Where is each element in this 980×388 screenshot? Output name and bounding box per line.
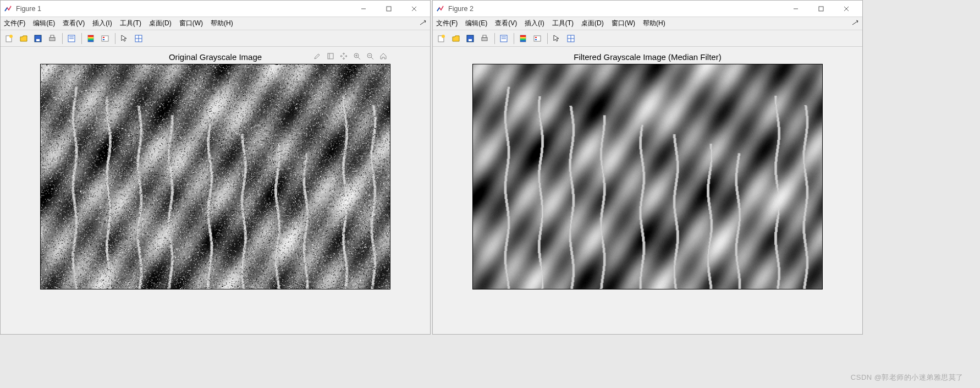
close-button[interactable] xyxy=(401,1,427,17)
svg-rect-8 xyxy=(49,37,55,41)
brush-icon[interactable] xyxy=(312,51,322,61)
svg-rect-41 xyxy=(482,37,487,41)
watermark-text: CSDN @郭老师的小迷弟雅思莫了 xyxy=(851,373,964,382)
minimize-button[interactable] xyxy=(783,1,808,17)
svg-rect-18 xyxy=(102,36,108,41)
close-button[interactable] xyxy=(834,1,859,17)
image-display[interactable] xyxy=(472,64,823,289)
menu-view[interactable]: 查看(V) xyxy=(495,19,517,28)
minimize-button[interactable] xyxy=(351,1,376,17)
menu-window[interactable]: 窗口(W) xyxy=(179,19,203,28)
pan-icon[interactable] xyxy=(339,51,349,61)
window-title: Figure 2 xyxy=(448,5,783,13)
menu-overflow-icon[interactable] xyxy=(419,19,427,27)
svg-point-38 xyxy=(442,35,445,38)
new-figure-button[interactable] xyxy=(3,32,16,45)
svg-rect-19 xyxy=(103,37,104,38)
matlab-icon xyxy=(436,4,445,13)
svg-rect-42 xyxy=(483,35,486,37)
toolbar-separator xyxy=(547,33,548,44)
menu-view[interactable]: 查看(V) xyxy=(63,19,85,28)
print-preview-button[interactable] xyxy=(497,32,510,45)
titlebar[interactable]: Figure 1 xyxy=(1,1,430,17)
svg-rect-17 xyxy=(88,40,93,42)
toolbar xyxy=(1,30,430,47)
svg-rect-7 xyxy=(36,39,40,41)
menu-desktop[interactable]: 桌面(D) xyxy=(149,19,172,28)
print-button[interactable] xyxy=(478,32,491,45)
svg-rect-16 xyxy=(88,39,93,40)
zoom-in-icon[interactable] xyxy=(352,51,362,61)
maximize-button[interactable] xyxy=(808,1,834,17)
toolbar-separator xyxy=(115,33,115,44)
print-preview-button[interactable] xyxy=(65,32,78,45)
colorbar-button[interactable] xyxy=(84,32,97,45)
svg-rect-50 xyxy=(520,40,526,42)
svg-rect-47 xyxy=(520,35,526,37)
svg-rect-24 xyxy=(328,53,333,59)
new-figure-button[interactable] xyxy=(435,32,448,45)
menu-edit[interactable]: 编辑(E) xyxy=(33,19,55,28)
menu-help[interactable]: 帮助(H) xyxy=(643,19,665,28)
svg-rect-20 xyxy=(103,39,104,40)
menu-tools[interactable]: 工具(T) xyxy=(552,19,574,28)
data-cursor-button[interactable] xyxy=(564,32,577,45)
svg-rect-53 xyxy=(535,39,537,40)
image-display[interactable] xyxy=(40,64,390,289)
svg-line-27 xyxy=(358,57,360,59)
toolbar-separator xyxy=(494,33,495,44)
open-button[interactable] xyxy=(17,32,30,45)
axes-toolbar xyxy=(312,51,388,61)
svg-rect-40 xyxy=(469,39,472,41)
svg-rect-49 xyxy=(520,39,526,40)
pointer-button[interactable] xyxy=(550,32,563,45)
open-button[interactable] xyxy=(449,32,463,45)
matlab-icon xyxy=(4,4,13,13)
menu-desktop[interactable]: 桌面(D) xyxy=(581,19,604,28)
axes-title: Filtered Grayscale Image (Median Filter) xyxy=(472,52,823,62)
figure-canvas-area: Original Grayscale Image xyxy=(1,47,430,334)
restore-view-icon[interactable] xyxy=(326,51,335,61)
svg-rect-15 xyxy=(88,37,93,39)
svg-line-31 xyxy=(371,57,373,59)
pointer-button[interactable] xyxy=(118,32,131,45)
svg-rect-9 xyxy=(51,35,54,37)
menu-edit[interactable]: 编辑(E) xyxy=(465,19,487,28)
legend-button[interactable] xyxy=(531,32,544,45)
maximize-button[interactable] xyxy=(376,1,401,17)
menu-file[interactable]: 文件(F) xyxy=(436,19,458,28)
svg-rect-14 xyxy=(88,35,93,37)
menu-window[interactable]: 窗口(W) xyxy=(612,19,635,28)
svg-rect-34 xyxy=(819,7,823,11)
window-title: Figure 1 xyxy=(16,5,351,13)
figure-window-1: Figure 1 文件(F) 编辑(E) 查看(V) 插入(I) 工具(T) 桌… xyxy=(0,0,431,335)
menu-help[interactable]: 帮助(H) xyxy=(211,19,233,28)
menu-insert[interactable]: 插入(I) xyxy=(525,19,544,28)
colorbar-button[interactable] xyxy=(516,32,530,45)
menu-insert[interactable]: 插入(I) xyxy=(92,19,112,28)
toolbar-separator xyxy=(514,33,514,44)
menu-overflow-icon[interactable] xyxy=(851,19,859,27)
menu-file[interactable]: 文件(F) xyxy=(4,19,25,28)
svg-rect-1 xyxy=(387,7,391,11)
svg-point-5 xyxy=(9,35,13,38)
menubar: 文件(F) 编辑(E) 查看(V) 插入(I) 工具(T) 桌面(D) 窗口(W… xyxy=(433,17,862,30)
menubar: 文件(F) 编辑(E) 查看(V) 插入(I) 工具(T) 桌面(D) 窗口(W… xyxy=(1,17,430,30)
toolbar-separator xyxy=(81,33,82,44)
svg-rect-51 xyxy=(534,36,541,41)
titlebar[interactable]: Figure 2 xyxy=(433,1,862,17)
data-cursor-button[interactable] xyxy=(132,32,145,45)
svg-rect-48 xyxy=(520,37,526,39)
toolbar xyxy=(433,30,862,47)
svg-rect-52 xyxy=(535,37,537,38)
legend-button[interactable] xyxy=(98,32,112,45)
zoom-out-icon[interactable] xyxy=(365,51,375,61)
figure-window-2: Figure 2 文件(F) 编辑(E) 查看(V) 插入(I) 工具(T) 桌… xyxy=(432,0,863,335)
toolbar-separator xyxy=(62,33,63,44)
menu-tools[interactable]: 工具(T) xyxy=(120,19,141,28)
save-button[interactable] xyxy=(464,32,477,45)
print-button[interactable] xyxy=(46,32,59,45)
figure-canvas-area: Filtered Grayscale Image (Median Filter) xyxy=(433,47,862,334)
save-button[interactable] xyxy=(31,32,45,45)
home-icon[interactable] xyxy=(378,51,388,61)
